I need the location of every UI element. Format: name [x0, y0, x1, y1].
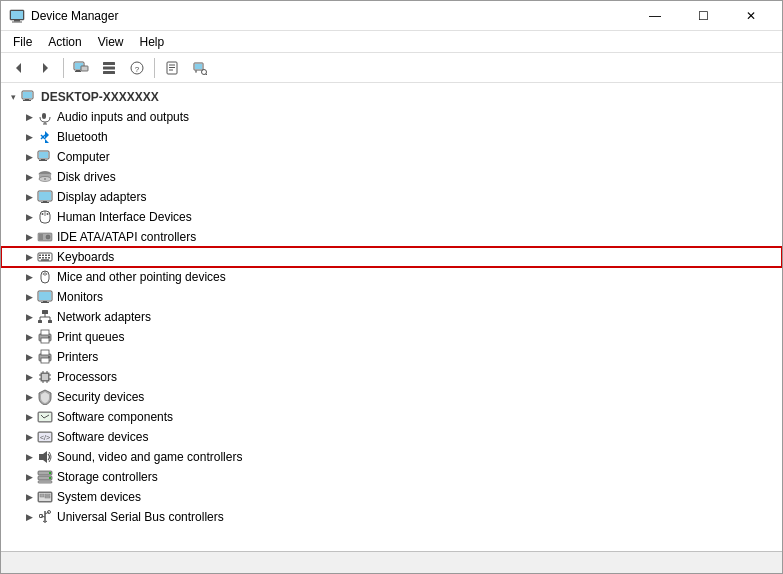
svg-marker-4 [16, 63, 21, 73]
svg-point-53 [46, 235, 50, 239]
tree-item-bluetooth[interactable]: ▶ Bluetooth [1, 127, 782, 147]
tree-root[interactable]: ▾ DESKTOP-XXXXXXX [1, 87, 782, 107]
forward-button[interactable] [33, 56, 59, 80]
ide-expander[interactable]: ▶ [21, 229, 37, 245]
close-button[interactable]: ✕ [728, 1, 774, 31]
svg-rect-52 [39, 234, 43, 240]
status-bar [1, 551, 782, 573]
svg-rect-12 [103, 66, 115, 69]
tree-item-usb[interactable]: ▶ Universal Serial Bus controllers [1, 507, 782, 527]
hid-expander[interactable]: ▶ [21, 209, 37, 225]
svg-rect-62 [48, 257, 50, 259]
tree-item-processors[interactable]: ▶ Processors [1, 367, 782, 387]
tree-item-softcomp[interactable]: ▶ Software components [1, 407, 782, 427]
svg-line-25 [206, 73, 207, 74]
scan-button[interactable] [187, 56, 213, 80]
audio-expander[interactable]: ▶ [21, 109, 37, 125]
computer-expander[interactable]: ▶ [21, 149, 37, 165]
hid-label: Human Interface Devices [57, 210, 192, 224]
sound-expander[interactable]: ▶ [21, 449, 37, 465]
usb-expander[interactable]: ▶ [21, 509, 37, 525]
mice-label: Mice and other pointing devices [57, 270, 226, 284]
show-devices-button[interactable] [68, 56, 94, 80]
properties-button[interactable] [159, 56, 185, 80]
tree-view[interactable]: ▾ DESKTOP-XXXXXXX ▶ [1, 83, 782, 551]
device-manager-window: Device Manager — ☐ ✕ File Action View He… [0, 0, 783, 574]
display-label: Display adapters [57, 190, 146, 204]
display-expander[interactable]: ▶ [21, 189, 37, 205]
tree-item-storage[interactable]: ▶ Storage controllers [1, 467, 782, 487]
disk-expander[interactable]: ▶ [21, 169, 37, 185]
svg-point-50 [47, 213, 49, 215]
svg-rect-28 [25, 99, 29, 100]
tree-item-softdev[interactable]: ▶ </> Software devices [1, 427, 782, 447]
processor-icon [37, 369, 53, 385]
tree-item-disk[interactable]: ▶ Disk drives [1, 167, 782, 187]
svg-point-24 [202, 69, 207, 74]
keyboards-expander[interactable]: ▶ [21, 249, 37, 265]
ide-label: IDE ATA/ATAPI controllers [57, 230, 196, 244]
print-icon [37, 329, 53, 345]
svg-point-49 [42, 213, 44, 215]
printer-icon [37, 349, 53, 365]
content-area: ▾ DESKTOP-XXXXXXX ▶ [1, 83, 782, 551]
menu-file[interactable]: File [5, 33, 40, 51]
tree-item-display[interactable]: ▶ Display adapters [1, 187, 782, 207]
tree-item-monitors[interactable]: ▶ Monitors [1, 287, 782, 307]
printers-expander[interactable]: ▶ [21, 349, 37, 365]
tree-item-sound[interactable]: ▶ Sound, video and game controllers [1, 447, 782, 467]
menu-help[interactable]: Help [132, 33, 173, 51]
menu-action[interactable]: Action [40, 33, 89, 51]
security-expander[interactable]: ▶ [21, 389, 37, 405]
title-bar-controls: — ☐ ✕ [632, 1, 774, 31]
tree-item-sysdev[interactable]: ▶ System devices [1, 487, 782, 507]
svg-rect-71 [41, 302, 49, 303]
tree-item-mice[interactable]: ▶ Mice and other pointing devices [1, 267, 782, 287]
help-button[interactable]: ? [124, 56, 150, 80]
svg-rect-9 [75, 71, 81, 72]
root-expander[interactable]: ▾ [5, 89, 21, 105]
svg-rect-63 [41, 259, 49, 261]
bluetooth-icon [37, 129, 53, 145]
tree-item-hid[interactable]: ▶ Human Interface Devices [1, 207, 782, 227]
sysdev-label: System devices [57, 490, 141, 504]
tree-item-audio[interactable]: ▶ Audio inputs and outputs [1, 107, 782, 127]
print-expander[interactable]: ▶ [21, 329, 37, 345]
svg-point-67 [46, 273, 48, 275]
svg-rect-109 [38, 481, 52, 483]
network-expander[interactable]: ▶ [21, 309, 37, 325]
svg-rect-73 [38, 320, 42, 323]
print-label: Print queues [57, 330, 124, 344]
svg-rect-46 [41, 202, 49, 203]
monitors-expander[interactable]: ▶ [21, 289, 37, 305]
svg-text:?: ? [135, 65, 140, 74]
svg-rect-55 [39, 255, 41, 257]
svg-rect-84 [41, 350, 49, 355]
softdev-expander[interactable]: ▶ [21, 429, 37, 445]
svg-rect-80 [41, 330, 49, 335]
processors-expander[interactable]: ▶ [21, 369, 37, 385]
svg-rect-2 [14, 20, 20, 22]
tree-item-computer[interactable]: ▶ Computer [1, 147, 782, 167]
softcomp-expander[interactable]: ▶ [21, 409, 37, 425]
menu-view[interactable]: View [90, 33, 132, 51]
mice-expander[interactable]: ▶ [21, 269, 37, 285]
list-view-button[interactable] [96, 56, 122, 80]
tree-item-printers[interactable]: ▶ Printers [1, 347, 782, 367]
bluetooth-expander[interactable]: ▶ [21, 129, 37, 145]
storage-expander[interactable]: ▶ [21, 469, 37, 485]
tree-item-print[interactable]: ▶ Print queues [1, 327, 782, 347]
svg-rect-38 [39, 160, 47, 161]
maximize-button[interactable]: ☐ [680, 1, 726, 31]
minimize-button[interactable]: — [632, 1, 678, 31]
svg-point-106 [49, 472, 51, 474]
sysdev-expander[interactable]: ▶ [21, 489, 37, 505]
hid-icon [37, 209, 53, 225]
root-label: DESKTOP-XXXXXXX [41, 90, 159, 104]
tree-item-security[interactable]: ▶ Security devices [1, 387, 782, 407]
tree-item-keyboards[interactable]: ▶ Keyboards [1, 247, 782, 267]
tree-item-ide[interactable]: ▶ IDE ATA/ATAPI controllers [1, 227, 782, 247]
back-button[interactable] [5, 56, 31, 80]
svg-rect-85 [41, 358, 49, 363]
tree-item-network[interactable]: ▶ Network adapters [1, 307, 782, 327]
